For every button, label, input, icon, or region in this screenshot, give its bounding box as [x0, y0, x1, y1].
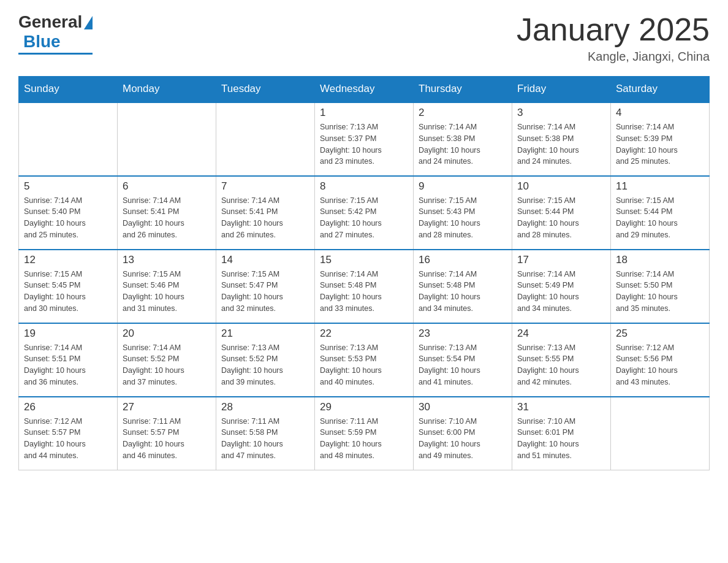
day-info: Sunrise: 7:12 AMSunset: 5:56 PMDaylight:…	[616, 342, 704, 388]
day-info: Sunrise: 7:11 AMSunset: 5:59 PMDaylight:…	[320, 416, 408, 462]
calendar-header-monday: Monday	[118, 77, 216, 102]
day-info: Sunrise: 7:14 AMSunset: 5:38 PMDaylight:…	[517, 121, 605, 167]
calendar-cell: 30Sunrise: 7:10 AMSunset: 6:00 PMDayligh…	[414, 397, 512, 470]
day-number: 6	[123, 180, 211, 193]
day-info: Sunrise: 7:14 AMSunset: 5:50 PMDaylight:…	[616, 269, 704, 315]
day-info: Sunrise: 7:15 AMSunset: 5:42 PMDaylight:…	[320, 195, 408, 241]
day-info: Sunrise: 7:13 AMSunset: 5:52 PMDaylight:…	[221, 342, 309, 388]
day-number: 25	[616, 327, 704, 340]
day-number: 21	[221, 327, 309, 340]
calendar-cell: 8Sunrise: 7:15 AMSunset: 5:42 PMDaylight…	[315, 176, 414, 250]
calendar-week-row: 19Sunrise: 7:14 AMSunset: 5:51 PMDayligh…	[19, 323, 710, 397]
day-number: 20	[123, 327, 211, 340]
day-info: Sunrise: 7:11 AMSunset: 5:58 PMDaylight:…	[221, 416, 309, 462]
calendar-cell: 16Sunrise: 7:14 AMSunset: 5:48 PMDayligh…	[414, 250, 512, 323]
calendar-cell: 27Sunrise: 7:11 AMSunset: 5:57 PMDayligh…	[118, 397, 216, 470]
day-info: Sunrise: 7:13 AMSunset: 5:37 PMDaylight:…	[320, 121, 408, 167]
calendar-cell: 13Sunrise: 7:15 AMSunset: 5:46 PMDayligh…	[118, 250, 216, 323]
logo-triangle-icon	[84, 16, 93, 29]
day-info: Sunrise: 7:14 AMSunset: 5:38 PMDaylight:…	[419, 121, 507, 167]
day-number: 1	[320, 107, 408, 119]
calendar-cell: 23Sunrise: 7:13 AMSunset: 5:54 PMDayligh…	[414, 323, 512, 397]
day-info: Sunrise: 7:14 AMSunset: 5:40 PMDaylight:…	[24, 195, 112, 241]
calendar-cell: 9Sunrise: 7:15 AMSunset: 5:43 PMDaylight…	[414, 176, 512, 250]
page-header: General Blue January 2025 Kangle, Jiangx…	[18, 12, 710, 64]
calendar-cell: 22Sunrise: 7:13 AMSunset: 5:53 PMDayligh…	[315, 323, 414, 397]
day-number: 14	[221, 254, 309, 266]
calendar-cell: 19Sunrise: 7:14 AMSunset: 5:51 PMDayligh…	[19, 323, 118, 397]
calendar-header-sunday: Sunday	[19, 77, 118, 102]
day-number: 24	[517, 327, 605, 340]
location-subtitle: Kangle, Jiangxi, China	[517, 50, 710, 64]
day-info: Sunrise: 7:13 AMSunset: 5:53 PMDaylight:…	[320, 342, 408, 388]
calendar-cell: 6Sunrise: 7:14 AMSunset: 5:41 PMDaylight…	[118, 176, 216, 250]
calendar-cell	[216, 102, 315, 176]
calendar-cell: 31Sunrise: 7:10 AMSunset: 6:01 PMDayligh…	[512, 397, 611, 470]
title-section: January 2025 Kangle, Jiangxi, China	[517, 12, 710, 64]
day-number: 4	[616, 107, 704, 119]
logo-general-text: General	[18, 12, 82, 32]
day-info: Sunrise: 7:11 AMSunset: 5:57 PMDaylight:…	[123, 416, 211, 462]
calendar-cell: 5Sunrise: 7:14 AMSunset: 5:40 PMDaylight…	[19, 176, 118, 250]
day-info: Sunrise: 7:14 AMSunset: 5:48 PMDaylight:…	[320, 269, 408, 315]
calendar-cell: 21Sunrise: 7:13 AMSunset: 5:52 PMDayligh…	[216, 323, 315, 397]
calendar-cell: 18Sunrise: 7:14 AMSunset: 5:50 PMDayligh…	[611, 250, 710, 323]
day-info: Sunrise: 7:14 AMSunset: 5:52 PMDaylight:…	[123, 342, 211, 388]
day-info: Sunrise: 7:15 AMSunset: 5:44 PMDaylight:…	[517, 195, 605, 241]
month-title: January 2025	[517, 12, 710, 47]
day-number: 19	[24, 327, 112, 340]
day-number: 18	[616, 254, 704, 266]
calendar-cell: 17Sunrise: 7:14 AMSunset: 5:49 PMDayligh…	[512, 250, 611, 323]
day-number: 3	[517, 107, 605, 119]
calendar-cell	[19, 102, 118, 176]
calendar-week-row: 5Sunrise: 7:14 AMSunset: 5:40 PMDaylight…	[19, 176, 710, 250]
day-number: 13	[123, 254, 211, 266]
day-number: 10	[517, 180, 605, 193]
day-info: Sunrise: 7:14 AMSunset: 5:51 PMDaylight:…	[24, 342, 112, 388]
day-number: 2	[419, 107, 507, 119]
day-number: 16	[419, 254, 507, 266]
calendar-cell: 2Sunrise: 7:14 AMSunset: 5:38 PMDaylight…	[414, 102, 512, 176]
day-info: Sunrise: 7:15 AMSunset: 5:46 PMDaylight:…	[123, 269, 211, 315]
day-number: 9	[419, 180, 507, 193]
day-number: 26	[24, 401, 112, 413]
day-number: 11	[616, 180, 704, 193]
calendar-cell: 12Sunrise: 7:15 AMSunset: 5:45 PMDayligh…	[19, 250, 118, 323]
day-info: Sunrise: 7:14 AMSunset: 5:48 PMDaylight:…	[419, 269, 507, 315]
calendar-week-row: 12Sunrise: 7:15 AMSunset: 5:45 PMDayligh…	[19, 250, 710, 323]
day-number: 5	[24, 180, 112, 193]
day-info: Sunrise: 7:15 AMSunset: 5:45 PMDaylight:…	[24, 269, 112, 315]
day-info: Sunrise: 7:15 AMSunset: 5:47 PMDaylight:…	[221, 269, 309, 315]
day-number: 22	[320, 327, 408, 340]
calendar-cell: 3Sunrise: 7:14 AMSunset: 5:38 PMDaylight…	[512, 102, 611, 176]
day-info: Sunrise: 7:10 AMSunset: 6:01 PMDaylight:…	[517, 416, 605, 462]
calendar-cell: 20Sunrise: 7:14 AMSunset: 5:52 PMDayligh…	[118, 323, 216, 397]
calendar-cell: 28Sunrise: 7:11 AMSunset: 5:58 PMDayligh…	[216, 397, 315, 470]
day-number: 15	[320, 254, 408, 266]
calendar-cell: 4Sunrise: 7:14 AMSunset: 5:39 PMDaylight…	[611, 102, 710, 176]
day-number: 7	[221, 180, 309, 193]
logo-underline	[18, 53, 93, 55]
day-info: Sunrise: 7:14 AMSunset: 5:41 PMDaylight:…	[123, 195, 211, 241]
day-number: 27	[123, 401, 211, 413]
day-info: Sunrise: 7:15 AMSunset: 5:44 PMDaylight:…	[616, 195, 704, 241]
logo-blue-text: Blue	[23, 32, 61, 52]
day-info: Sunrise: 7:14 AMSunset: 5:39 PMDaylight:…	[616, 121, 704, 167]
calendar-cell: 26Sunrise: 7:12 AMSunset: 5:57 PMDayligh…	[19, 397, 118, 470]
calendar-cell: 10Sunrise: 7:15 AMSunset: 5:44 PMDayligh…	[512, 176, 611, 250]
calendar-header-friday: Friday	[512, 77, 611, 102]
calendar-header-thursday: Thursday	[414, 77, 512, 102]
calendar-table: SundayMondayTuesdayWednesdayThursdayFrid…	[18, 76, 710, 470]
calendar-cell	[118, 102, 216, 176]
day-number: 28	[221, 401, 309, 413]
calendar-cell: 15Sunrise: 7:14 AMSunset: 5:48 PMDayligh…	[315, 250, 414, 323]
calendar-week-row: 1Sunrise: 7:13 AMSunset: 5:37 PMDaylight…	[19, 102, 710, 176]
calendar-cell: 14Sunrise: 7:15 AMSunset: 5:47 PMDayligh…	[216, 250, 315, 323]
calendar-cell: 29Sunrise: 7:11 AMSunset: 5:59 PMDayligh…	[315, 397, 414, 470]
day-info: Sunrise: 7:12 AMSunset: 5:57 PMDaylight:…	[24, 416, 112, 462]
day-number: 23	[419, 327, 507, 340]
day-info: Sunrise: 7:14 AMSunset: 5:41 PMDaylight:…	[221, 195, 309, 241]
day-info: Sunrise: 7:13 AMSunset: 5:55 PMDaylight:…	[517, 342, 605, 388]
day-number: 17	[517, 254, 605, 266]
day-info: Sunrise: 7:15 AMSunset: 5:43 PMDaylight:…	[419, 195, 507, 241]
